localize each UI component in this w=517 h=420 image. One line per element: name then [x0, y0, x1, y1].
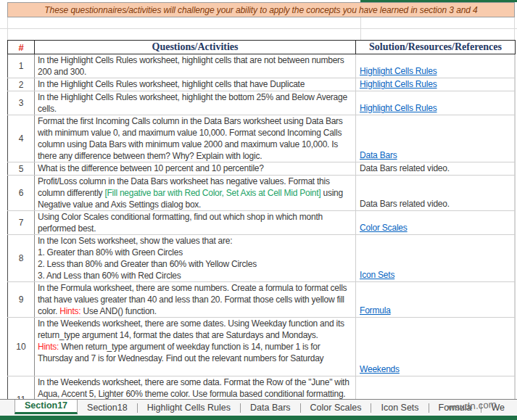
row-number-cell[interactable]: 9 [8, 282, 35, 318]
question-cell[interactable]: Using Color Scales conditional formattin… [35, 211, 356, 235]
table-row: 1In the Highlight Cells Rules worksheet,… [8, 54, 516, 78]
table-row: 6Profit/Loss column in the Data Bars wor… [8, 176, 516, 211]
row-number-cell[interactable]: 8 [8, 235, 35, 282]
question-segment: In the Weekends worksheet, there are som… [38, 377, 351, 399]
solution-text: Data Bars related video. [360, 199, 450, 209]
solution-cell[interactable] [356, 376, 516, 400]
solution-cell[interactable]: Icon Sets [356, 235, 516, 282]
sheet-tab-section17[interactable]: Section17 [15, 399, 78, 414]
table-row: 7Using Color Scales conditional formatti… [8, 211, 516, 235]
row-number-cell[interactable]: 10 [8, 318, 35, 376]
solution-cell[interactable]: Highlight Cells Rules [356, 91, 516, 115]
solution-cell[interactable]: Data Bars [356, 115, 516, 162]
row-number-cell[interactable]: 2 [8, 78, 35, 91]
question-segment: Format the first Incoming Calls column i… [38, 116, 345, 161]
status-bar-green [0, 416, 517, 420]
table-row: 11In the Weekends worksheet, there are s… [8, 376, 516, 400]
question-segment: Using Color Scales conditional formattin… [38, 212, 325, 234]
question-segment-green: [Fill negative bar with Red Color, Set A… [104, 188, 320, 198]
header-cell-number[interactable]: # [8, 41, 35, 54]
sheet-tab-highlight-cells-rules[interactable]: Highlight Cells Rules [138, 400, 240, 416]
sheet-tab-icon-sets[interactable]: Icon Sets [371, 400, 428, 416]
question-cell[interactable]: What is the difference between 10 percen… [35, 162, 356, 176]
header-cell-questions[interactable]: Questions/Activities [35, 41, 356, 54]
question-segment: In the Icon Sets worksheet, show the val… [38, 236, 257, 281]
question-cell[interactable]: In the Weekends worksheet, there are som… [35, 376, 356, 400]
question-segment: In the Weekends worksheet, there are som… [38, 318, 347, 340]
solution-link[interactable]: Icon Sets [360, 270, 394, 280]
table-row: 5What is the difference between 10 perce… [8, 162, 516, 176]
question-segment: What is the difference between 10 percen… [38, 163, 264, 173]
table-row: 8In the Icon Sets worksheet, show the va… [8, 235, 516, 282]
gridline-vertical [7, 17, 8, 40]
solution-cell[interactable]: Data Bars related video. [356, 176, 516, 211]
table-row: 3In the Highlight Cells Rules worksheet,… [8, 91, 516, 115]
banner-cell[interactable]: These questionnaires/activities will cha… [7, 2, 515, 17]
question-cell[interactable]: In the Highlight Cells Rules worksheet, … [35, 91, 356, 115]
row-number-cell[interactable]: 11 [8, 376, 35, 400]
table-row: 10In the Weekends worksheet, there are s… [8, 318, 516, 376]
question-cell[interactable]: In the Highlight Cells Rules worksheet, … [35, 78, 356, 91]
question-cell[interactable]: Format the first Incoming Calls column i… [35, 115, 356, 162]
sheet-tab-bar: Section17Section18Highlight Cells RulesD… [0, 399, 517, 416]
questions-table: # Questions/Activities Solution/Resource… [7, 40, 516, 399]
solution-link[interactable]: Highlight Cells Rules [360, 79, 437, 89]
table-row: 2In the Highlight Cells Rules worksheet,… [8, 78, 516, 91]
gridline-vertical [360, 17, 361, 40]
question-cell[interactable]: In the Icon Sets worksheet, show the val… [35, 235, 356, 282]
question-segment-red: Hints: [59, 306, 80, 316]
solution-cell[interactable]: Data Bars related video. [356, 162, 516, 176]
question-cell[interactable]: In the Highlight Cells Rules worksheet, … [35, 54, 356, 78]
table-row: 4Format the first Incoming Calls column … [8, 115, 516, 162]
sheet-tab-section18[interactable]: Section18 [78, 400, 137, 416]
worksheet-area: These questionnaires/activities will cha… [0, 0, 517, 399]
solution-text: Data Bars related video. [360, 163, 450, 173]
solution-link[interactable]: Highlight Cells Rules [360, 103, 437, 113]
solution-cell[interactable]: Highlight Cells Rules [356, 78, 516, 91]
solution-link[interactable]: Formula [360, 305, 391, 316]
solution-cell[interactable]: Highlight Cells Rules [356, 54, 516, 78]
table-body: 1In the Highlight Cells Rules worksheet,… [8, 54, 516, 400]
table-row: 9In the Formula worksheet, there are som… [8, 282, 516, 318]
row-number-cell[interactable]: 7 [8, 211, 35, 235]
header-row: # Questions/Activities Solution/Resource… [8, 41, 516, 54]
question-cell[interactable]: In the Weekends worksheet, there are som… [35, 318, 356, 376]
row-number-cell[interactable]: 4 [8, 115, 35, 162]
solution-link[interactable]: Weekends [360, 364, 400, 374]
gridline-horizontal [0, 28, 517, 29]
sheet-tab-color-scales[interactable]: Color Scales [301, 400, 371, 416]
solution-cell[interactable]: Formula [356, 282, 516, 318]
question-segment: Use AND() function. [80, 306, 156, 316]
question-segment: In the Highlight Cells Rules worksheet, … [38, 92, 350, 114]
row-number-cell[interactable]: 3 [8, 91, 35, 115]
solution-link[interactable]: Color Scales [360, 223, 408, 233]
solution-link[interactable]: Highlight Cells Rules [360, 66, 437, 76]
solution-cell[interactable]: Color Scales [356, 211, 516, 235]
sheet-tab-data-bars[interactable]: Data Bars [241, 400, 300, 416]
question-segment: In the Highlight Cells Rules worksheet, … [38, 79, 305, 89]
question-cell[interactable]: In the Formula worksheet, there are some… [35, 282, 356, 318]
question-segment-red: Hints: [38, 342, 59, 352]
row-number-cell[interactable]: 1 [8, 54, 35, 78]
solution-link[interactable]: Data Bars [360, 150, 397, 160]
question-cell[interactable]: Profit/Loss column in the Data Bars work… [35, 176, 356, 211]
excel-window: These questionnaires/activities will cha… [0, 0, 517, 420]
solution-cell[interactable]: Weekends [356, 318, 516, 376]
row-number-cell[interactable]: 6 [8, 176, 35, 211]
question-segment: In the Highlight Cells Rules worksheet, … [38, 55, 347, 77]
header-cell-solution[interactable]: Solution/Resources/References [356, 41, 516, 54]
question-segment: When return_type argument of weekday fun… [38, 342, 323, 363]
row-number-cell[interactable]: 5 [8, 162, 35, 176]
